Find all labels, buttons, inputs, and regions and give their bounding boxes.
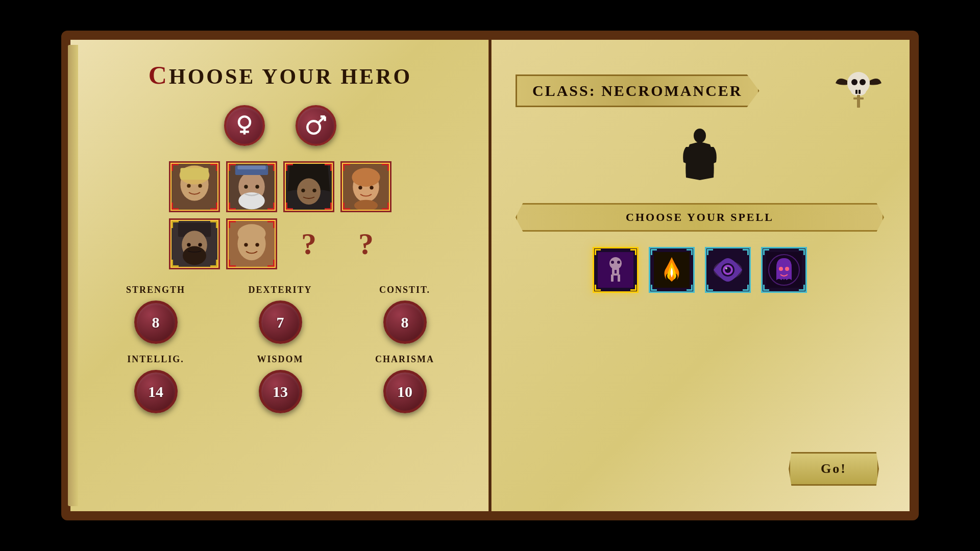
svg-rect-45 [855,90,857,94]
male-gender-button[interactable] [296,105,336,146]
page-left: Choose Your Hero [70,40,490,511]
svg-point-69 [779,267,783,271]
svg-point-22 [301,189,305,192]
go-button[interactable]: Go! [789,452,879,486]
spell-fire[interactable] [649,247,695,293]
stat-intelligence-value: 14 [148,383,163,400]
svg-point-23 [312,189,316,192]
choose-spell-banner: CHOOSE YOUR SPELL [516,203,884,232]
character-portrait-8-unknown[interactable]: ? [340,218,391,269]
stat-constitution: CONSTIT. 8 [345,285,464,344]
book-container: Choose Your Hero [61,31,919,520]
svg-rect-48 [853,97,864,99]
svg-rect-46 [859,90,861,94]
stat-intelligence: INTELLIG. 14 [96,354,215,413]
necromancer-icon [833,65,884,116]
page-title: Choose Your Hero [96,60,464,90]
stat-strength: STRENGTH 8 [96,285,215,344]
stat-charisma-circle: 10 [383,370,427,413]
eye-spell-icon [710,252,746,288]
svg-point-0 [239,116,250,128]
class-icon [833,65,884,116]
svg-point-12 [198,184,202,187]
stat-strength-label: STRENGTH [126,285,185,295]
stat-charisma-value: 10 [397,383,412,400]
stat-wisdom-value: 13 [273,383,288,400]
character-portrait-5[interactable] [169,218,220,269]
svg-point-28 [370,186,373,189]
svg-rect-10 [180,168,208,180]
stat-dexterity-circle: 7 [259,300,302,344]
character-grid: ? ? [96,161,464,269]
svg-rect-47 [857,95,860,108]
stat-charisma-label: CHARISMA [375,354,434,365]
svg-point-44 [860,79,866,85]
stat-constitution-label: CONSTIT. [379,285,430,295]
stat-dexterity-label: DEXTERITY [248,285,312,295]
svg-point-43 [851,79,857,85]
stat-dexterity-value: 7 [277,314,284,331]
character-portrait-1[interactable] [169,161,220,212]
stat-dexterity: DEXTERITY 7 [220,285,340,344]
hero-silhouette [682,127,718,188]
title-first-letter: C [149,61,169,89]
svg-point-38 [237,224,265,243]
svg-point-40 [255,243,259,246]
character-portrait-2[interactable] [226,161,277,212]
spell-skeleton[interactable] [593,247,639,293]
svg-point-21 [297,178,321,205]
stat-strength-value: 8 [152,314,160,331]
stat-intelligence-label: INTELLIG. [127,354,184,365]
stat-charisma: CHARISMA 10 [345,354,464,413]
svg-point-26 [352,168,380,187]
page-right: CLASS: NECROMANCER [490,40,910,511]
svg-point-34 [187,243,190,246]
svg-point-33 [183,246,206,265]
character-portrait-6[interactable] [226,218,277,269]
stat-strength-circle: 8 [134,300,178,344]
character-portrait-4[interactable] [340,161,391,212]
class-header: CLASS: NECROMANCER [516,65,884,116]
character-portrait-7-unknown[interactable]: ? [283,218,334,269]
stat-constitution-value: 8 [401,314,409,331]
ghost-spell-icon [766,252,802,288]
svg-point-67 [725,267,727,269]
svg-point-11 [187,184,190,187]
svg-point-39 [244,243,248,246]
male-icon [305,114,327,137]
stat-intelligence-circle: 14 [134,370,178,413]
female-gender-button[interactable] [224,105,265,146]
svg-point-35 [198,243,202,246]
spell-eye[interactable] [705,247,751,293]
svg-rect-60 [598,252,633,288]
svg-point-27 [358,186,362,189]
spell-ghost[interactable] [761,247,807,293]
stat-wisdom-label: WISDOM [257,354,303,365]
spell-row [516,247,884,293]
svg-point-19 [255,185,259,188]
class-label: CLASS: NECROMANCER [516,74,760,107]
character-portrait-3[interactable] [283,161,334,212]
hero-preview [516,127,884,188]
female-icon [233,114,256,137]
svg-point-18 [244,185,248,188]
skeleton-spell-icon [598,252,633,288]
stats-section: STRENGTH 8 DEXTERITY 7 CONSTIT. 8 INTELL… [96,285,464,413]
stat-wisdom: WISDOM 13 [220,354,340,413]
svg-point-49 [694,129,706,143]
question-mark-2: ? [358,227,374,262]
svg-point-3 [307,121,320,134]
svg-rect-16 [237,166,265,169]
stat-wisdom-circle: 13 [259,370,302,413]
gender-selector [96,105,464,146]
svg-point-70 [785,267,789,271]
question-mark-1: ? [301,227,316,262]
fire-spell-icon [654,252,690,288]
stat-constitution-circle: 8 [383,300,427,344]
